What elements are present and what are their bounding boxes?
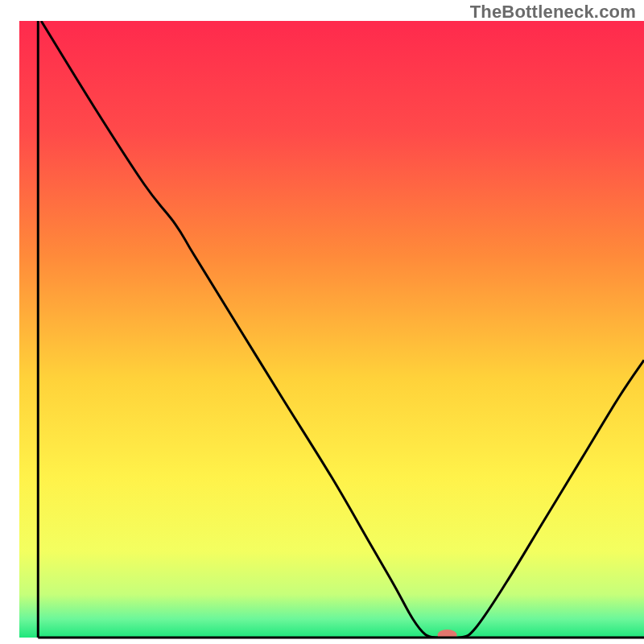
gradient-background [19, 21, 644, 638]
chart-svg [0, 0, 644, 644]
optimal-point-marker [438, 630, 457, 641]
watermark-label: TheBottleneck.com [470, 2, 636, 23]
bottleneck-chart: TheBottleneck.com [0, 0, 644, 644]
